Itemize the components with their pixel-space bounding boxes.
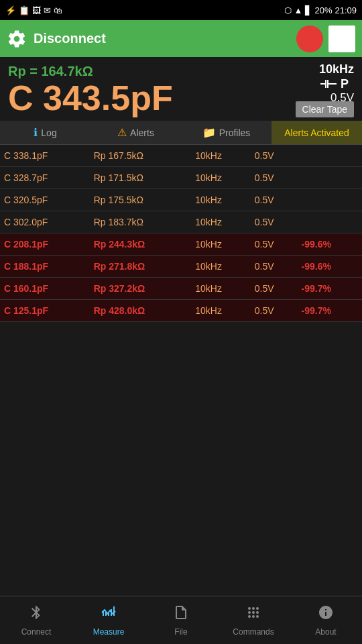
status-bar: ⚡ 📋 🖼 ✉ 🛍 ⬡ ▲ ▋ 20% 21:09: [0, 0, 362, 20]
tab-bar: ℹ Log ⚠ Alerts 📁 Profiles Alerts Activat…: [0, 121, 362, 145]
data-table: C 338.1pFRp 167.5kΩ10kHz0.5VC 328.7pFRp …: [0, 145, 362, 322]
disconnect-button[interactable]: Disconnect: [34, 31, 106, 46]
tab-profiles[interactable]: 📁 Profiles: [181, 121, 272, 144]
capacitance-cell: C 302.0pF: [0, 211, 90, 233]
svg-point-10: [248, 615, 251, 618]
gear-icon[interactable]: [7, 29, 27, 49]
nav-file[interactable]: File: [145, 596, 217, 644]
svg-point-9: [256, 611, 259, 614]
rp-cell: Rp 167.5kΩ: [90, 145, 192, 167]
nav-connect[interactable]: Connect: [0, 596, 72, 644]
email-icon: ✉: [44, 5, 51, 15]
nav-commands-label: Commands: [233, 627, 274, 637]
pct-cell: [298, 145, 362, 167]
warning-icon: ⚠: [117, 126, 127, 139]
pct-cell: [298, 167, 362, 189]
tab-alerts[interactable]: ⚠ Alerts: [90, 121, 181, 144]
capacitance-cell: C 338.1pF: [0, 145, 90, 167]
volt-cell: 0.5V: [251, 300, 298, 322]
tab-log[interactable]: ℹ Log: [0, 121, 90, 144]
pct-cell: [298, 189, 362, 211]
rp-cell: Rp 171.5kΩ: [90, 167, 192, 189]
rp-value: Rp = 164.7kΩ: [8, 64, 354, 79]
rp-cell: Rp 244.3kΩ: [90, 233, 192, 256]
record-button[interactable]: [296, 25, 323, 52]
capacitance-cell: C 125.1pF: [0, 300, 90, 322]
table-row: C 125.1pFRp 428.0kΩ10kHz0.5V-99.7%: [0, 300, 362, 322]
time-text: 21:09: [335, 5, 357, 15]
rp-cell: Rp 271.8kΩ: [90, 256, 192, 278]
status-left-icons: ⚡ 📋 🖼 ✉ 🛍: [5, 5, 62, 15]
folder-icon: 📁: [202, 126, 216, 139]
pct-cell: -99.6%: [298, 256, 362, 278]
image-icon: 🖼: [32, 5, 41, 15]
freq-cell: 10kHz: [191, 278, 250, 300]
rp-cell: Rp 327.2kΩ: [90, 278, 192, 300]
freq-block: 10kHz P 0.5V: [319, 62, 354, 105]
svg-point-12: [256, 615, 259, 618]
freq-cell: 10kHz: [191, 211, 250, 233]
about-nav-icon: [318, 604, 334, 625]
volt-cell: 0.5V: [251, 211, 298, 233]
nav-measure[interactable]: Measure: [72, 596, 145, 644]
info-icon: ℹ: [34, 126, 38, 139]
volt-cell: 0.5V: [251, 278, 298, 300]
rp-cell: Rp 175.5kΩ: [90, 189, 192, 211]
usb-icon: ⚡: [5, 5, 16, 15]
rp-cell: Rp 183.7kΩ: [90, 211, 192, 233]
freq-cell: 10kHz: [191, 167, 250, 189]
signal-icon: ▋: [305, 5, 312, 15]
freq-cell: 10kHz: [191, 145, 250, 167]
rp-cell: Rp 428.0kΩ: [90, 300, 192, 322]
nav-measure-label: Measure: [93, 627, 125, 637]
freq-cell: 10kHz: [191, 300, 250, 322]
alerts-activated-label: Alerts Activated: [284, 127, 349, 138]
svg-point-5: [252, 607, 255, 610]
capacitance-cell: C 160.1pF: [0, 278, 90, 300]
freq-cell: 10kHz: [191, 189, 250, 211]
bluetooth-nav-icon: [28, 604, 44, 625]
svg-point-8: [252, 611, 255, 614]
sim-icon: 📋: [19, 5, 29, 15]
commands-nav-icon: [245, 604, 261, 625]
capacitance-cell: C 328.7pF: [0, 167, 90, 189]
pct-cell: -99.7%: [298, 278, 362, 300]
table-row: C 320.5pFRp 175.5kΩ10kHz0.5V: [0, 189, 362, 211]
volt-cell: 0.5V: [251, 233, 298, 256]
file-nav-icon: [173, 604, 189, 625]
battery-text: 20%: [314, 5, 332, 15]
status-right-icons: ⬡ ▲ ▋ 20% 21:09: [284, 5, 357, 15]
stop-button[interactable]: [328, 25, 355, 52]
tab-alerts-label: Alerts: [130, 127, 154, 138]
toolbar: Disconnect: [0, 20, 362, 57]
capacitance-cell: C 188.1pF: [0, 256, 90, 278]
wifi-icon: ▲: [294, 5, 303, 15]
capacitance-cell: C 208.1pF: [0, 233, 90, 256]
data-table-container: C 338.1pFRp 167.5kΩ10kHz0.5VC 328.7pFRp …: [0, 145, 362, 322]
nav-commands[interactable]: Commands: [217, 596, 290, 644]
clear-tape-button[interactable]: Clear Tape: [296, 101, 354, 117]
nav-about[interactable]: About: [290, 596, 362, 644]
mode-value: P: [341, 77, 349, 92]
pct-cell: -99.6%: [298, 233, 362, 256]
nav-file-label: File: [174, 627, 187, 637]
pct-cell: [298, 211, 362, 233]
bluetooth-status-icon: ⬡: [284, 5, 292, 15]
svg-point-6: [256, 607, 259, 610]
toolbar-right: [296, 25, 355, 52]
table-row: C 302.0pFRp 183.7kΩ10kHz0.5V: [0, 211, 362, 233]
frequency-value: 10kHz: [319, 62, 354, 77]
svg-point-7: [248, 611, 251, 614]
volt-cell: 0.5V: [251, 256, 298, 278]
table-row: C 160.1pFRp 327.2kΩ10kHz0.5V-99.7%: [0, 278, 362, 300]
svg-point-4: [248, 607, 251, 610]
tab-profiles-label: Profiles: [219, 127, 251, 138]
volt-cell: 0.5V: [251, 145, 298, 167]
table-row: C 208.1pFRp 244.3kΩ10kHz0.5V-99.6%: [0, 233, 362, 256]
table-row: C 338.1pFRp 167.5kΩ10kHz0.5V: [0, 145, 362, 167]
capacitor-icon: [319, 78, 338, 89]
nav-about-label: About: [315, 627, 336, 637]
volt-cell: 0.5V: [251, 189, 298, 211]
toolbar-left: Disconnect: [7, 29, 106, 49]
alerts-activated-tab: Alerts Activated: [272, 121, 362, 144]
